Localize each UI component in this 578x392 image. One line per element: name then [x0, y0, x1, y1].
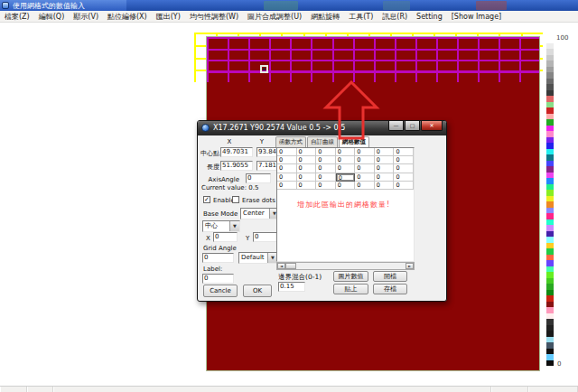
grid-cell[interactable]: 0 [297, 173, 317, 182]
grid-cell[interactable]: 0 [316, 156, 336, 164]
dialog-tab[interactable]: 函數方式 [275, 136, 306, 147]
y-offset-field[interactable]: 0 [253, 232, 277, 242]
selected-cell-marker [260, 65, 268, 73]
grid-cell[interactable]: 0 [277, 182, 297, 190]
window-title: 使用網格式的數值輸入 [13, 1, 85, 11]
color-palette [546, 37, 554, 366]
grid-cell[interactable]: 0 [375, 164, 395, 173]
grid-cell[interactable]: 0 [355, 164, 375, 173]
status-segment [53, 387, 491, 392]
grid-cell[interactable]: 0 [375, 182, 395, 190]
x-offset-label: X [206, 235, 210, 242]
grid-cell[interactable]: 0 [336, 182, 356, 190]
status-segment [528, 387, 578, 392]
x-offset-field[interactable]: 0 [213, 232, 238, 242]
grid-cell[interactable]: 0 [316, 164, 336, 173]
base-mode-select[interactable]: Center▼ [240, 208, 280, 219]
inner-grid-lines [207, 37, 539, 82]
anchor-select[interactable]: 中心▼ [202, 220, 240, 232]
grid-cell[interactable]: 0 [277, 156, 297, 164]
grid-horizontal-scrollbar[interactable]: ◄ ► [276, 262, 415, 270]
length-x-field[interactable]: 51.9055 [220, 161, 253, 171]
main-titlebar[interactable]: 使用網格式的數值輸入 [0, 0, 578, 11]
menu-item[interactable]: [Show Image] [447, 13, 506, 21]
grid-cell[interactable]: 0 [375, 173, 395, 182]
save-file-button[interactable]: 存檔 [373, 284, 407, 294]
grid-cell[interactable]: 0 [297, 156, 317, 164]
grid-cell[interactable]: 0 [316, 148, 336, 156]
dialog-title: X17.2671 Y90.2574 Value 0.5 -> 0.5 [213, 124, 345, 132]
status-bar [0, 386, 578, 392]
grid-value-dialog: X17.2671 Y90.2574 Value 0.5 -> 0.5 — ▢ ✕… [197, 120, 447, 302]
grid-cell[interactable]: 0 [355, 156, 375, 164]
grid-cell[interactable]: 0 [277, 173, 297, 182]
grid-cell[interactable]: 0 [375, 156, 395, 164]
column-header-x: X [223, 138, 236, 145]
image-values-button[interactable]: 圖片數值 [333, 271, 368, 282]
grid-cell[interactable]: 0 [297, 182, 317, 190]
dialog-tab[interactable]: 自訂曲線 [307, 136, 338, 147]
grid-angle-mode-select[interactable]: Default▼ [238, 252, 278, 264]
enabled-checkbox[interactable]: ✓ [203, 196, 210, 203]
axis-angle-field[interactable]: 0 [246, 173, 271, 183]
grid-angle-field[interactable]: 0 [202, 253, 234, 263]
column-header-y: Y [256, 138, 268, 145]
grid-cell[interactable]: 0 [297, 148, 317, 156]
grid-cell[interactable]: 0 [277, 148, 297, 156]
open-file-button[interactable]: 開檔 [373, 271, 407, 282]
grid-cell[interactable]: 0 [394, 164, 414, 173]
menu-item[interactable]: 訊息(R) [378, 12, 412, 22]
scale-min-label: 0 [557, 360, 561, 368]
dialog-titlebar[interactable]: X17.2671 Y90.2574 Value 0.5 -> 0.5 — ▢ ✕ [198, 121, 446, 135]
menu-item[interactable]: 圖片合成調整(U) [243, 12, 306, 22]
menu-item[interactable]: 網點旋轉 [306, 12, 344, 22]
dialog-tabs: 函數方式自訂曲線網格數值 [275, 138, 370, 147]
app-icon [2, 2, 9, 9]
grid-cell[interactable]: 0 [297, 164, 317, 173]
chevron-down-icon[interactable]: ▼ [229, 221, 239, 231]
red-annotation-text: 增加此區輸出的網格數量! [297, 200, 390, 210]
grid-cell[interactable]: 0 [375, 148, 395, 156]
menu-item[interactable]: 顯示(V) [69, 12, 103, 22]
grid-cell[interactable]: 0 [355, 148, 375, 156]
grid-cell[interactable]: 0 [277, 164, 297, 173]
menu-item[interactable]: 工具(T) [344, 12, 378, 22]
grid-cell[interactable]: 0 [336, 173, 356, 182]
grid-cell[interactable]: 0 [394, 173, 414, 182]
grid-cell[interactable]: 0 [336, 156, 356, 164]
grid-cell[interactable]: 0 [394, 182, 414, 190]
scroll-right-icon[interactable]: ► [406, 263, 414, 269]
grid-cell[interactable]: 0 [316, 182, 336, 190]
scrollbar-thumb[interactable] [285, 263, 296, 269]
erase-dots-checkbox[interactable] [232, 196, 239, 203]
grid-cell[interactable]: 0 [355, 182, 375, 190]
menu-item[interactable]: 點位編修(X) [103, 12, 152, 22]
minimize-button[interactable]: — [388, 121, 404, 131]
status-segment [491, 387, 528, 392]
close-button[interactable]: ✕ [421, 121, 443, 131]
menu-item[interactable]: 匯出(Y) [152, 12, 185, 22]
grid-cell[interactable]: 0 [394, 148, 414, 156]
cancel-button[interactable]: Cancle [203, 285, 238, 297]
grid-cell[interactable]: 0 [355, 173, 375, 182]
ok-button[interactable]: OK [243, 285, 272, 297]
grid-cell[interactable]: 0 [336, 164, 356, 173]
menu-item[interactable]: 均勻性調整(W) [185, 12, 243, 22]
palette-swatch[interactable] [546, 360, 554, 367]
grid-cell[interactable]: 0 [316, 173, 336, 182]
paste-button[interactable]: 貼上 [333, 284, 368, 294]
menu-item[interactable]: 編輯(Q) [34, 12, 70, 22]
dialog-icon [201, 124, 210, 132]
label-field[interactable]: 0 [202, 274, 234, 284]
menu-item[interactable]: 檔案(Z) [0, 12, 34, 22]
y-offset-label: Y [246, 235, 249, 242]
boundary-blend-field[interactable]: 0.15 [278, 282, 305, 292]
grid-cell[interactable]: 0 [394, 156, 414, 164]
maximize-button[interactable]: ▢ [405, 121, 420, 131]
scale-max-label: 100 [556, 34, 568, 42]
grid-cell[interactable]: 0 [336, 148, 356, 156]
menu-item[interactable]: Setting [412, 13, 447, 21]
status-segment [0, 387, 27, 392]
center-x-field[interactable]: 49.7031 [220, 147, 253, 157]
scroll-left-icon[interactable]: ◄ [277, 263, 285, 269]
